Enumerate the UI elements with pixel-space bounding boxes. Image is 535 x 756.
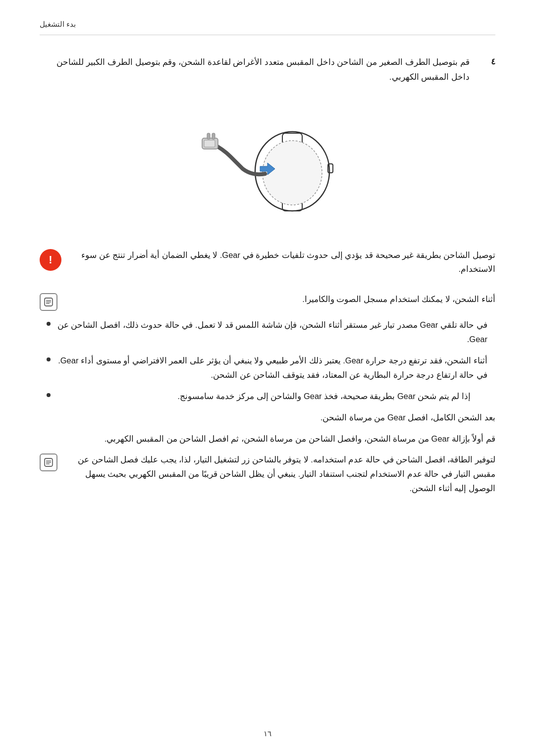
bullet-3-text: أثناء الشحن، فقد ترتفع درجة حرارة Gear. …: [51, 353, 487, 382]
bullet-4-item: إذا لم يتم شحن Gear بطريقة صحيحة، فخذ Ge…: [40, 389, 495, 403]
bullet-1-text: أثناء الشحن، لا يمكنك استخدام مسجل الصوت…: [65, 292, 495, 306]
svg-rect-7: [207, 133, 210, 139]
warning-icon: !: [40, 249, 61, 271]
bullet-4-text: إذا لم يتم شحن Gear بطريقة صحيحة، فخذ Ge…: [51, 389, 471, 403]
svg-rect-8: [212, 133, 215, 139]
section-4-text: قم بتوصيل الطرف الصغير من الشاحن داخل ال…: [40, 55, 470, 85]
para-1: بعد الشحن الكامل، افصل Gear من مرساة الش…: [40, 410, 495, 425]
bullet-2-text: في حالة تلقي Gear مصدر تيار غير مستقر أث…: [51, 318, 487, 347]
note-2-row: لتوفير الطاقة، افصل الشاحن في حالة عدم ا…: [40, 453, 495, 496]
warning-text: توصيل الشاحن بطريقة غير صحيحة قد يؤدي إل…: [69, 248, 495, 277]
bullet-4-dot: [47, 393, 51, 397]
bullet-3-dot: [47, 357, 51, 361]
svg-point-5: [263, 141, 322, 205]
bullet-1-row: أثناء الشحن، لا يمكنك استخدام مسجل الصوت…: [40, 292, 495, 311]
note-icon-1: [40, 293, 57, 311]
page-container: بدء التشغيل ٤ قم بتوصيل الطرف الصغير من …: [0, 0, 535, 756]
para-2: قم أولاً بإزالة Gear من مرساة الشحن، واف…: [40, 432, 495, 446]
note-2-text: لتوفير الطاقة، افصل الشاحن في حالة عدم ا…: [65, 453, 495, 496]
bullet-3-item: أثناء الشحن، فقد ترتفع درجة حرارة Gear. …: [40, 353, 495, 382]
header-bar: بدء التشغيل: [40, 20, 495, 35]
section-4-item: ٤ قم بتوصيل الطرف الصغير من الشاحن داخل …: [40, 55, 495, 85]
charger-watch-illustration: [183, 100, 352, 228]
header-title: بدء التشغيل: [40, 20, 76, 29]
bullet-2-item: في حالة تلقي Gear مصدر تيار غير مستقر أث…: [40, 318, 495, 347]
section-number: ٤: [476, 55, 495, 68]
bullet-2-dot: [47, 322, 51, 326]
page-number: ١٦: [264, 729, 271, 738]
svg-rect-9: [204, 140, 215, 147]
device-illustration-container: [40, 100, 495, 228]
warning-box: توصيل الشاحن بطريقة غير صحيحة قد يؤدي إل…: [40, 246, 495, 279]
note-icon-2: [40, 454, 57, 471]
